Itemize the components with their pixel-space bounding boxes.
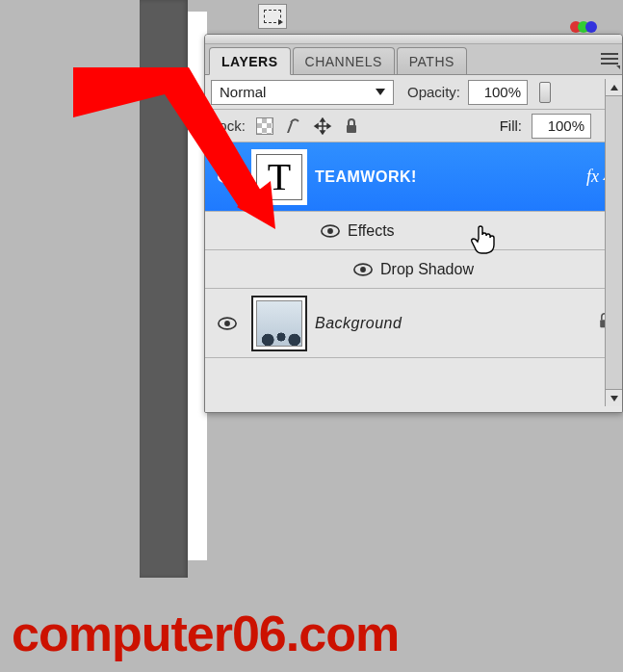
opacity-label: Opacity: xyxy=(407,84,460,100)
lock-position-icon[interactable] xyxy=(313,116,332,136)
layer-effects-row[interactable]: Effects xyxy=(205,212,622,250)
visibility-toggle-icon[interactable] xyxy=(218,170,237,184)
visibility-toggle-icon[interactable] xyxy=(321,224,340,238)
tab-paths[interactable]: PATHS xyxy=(397,47,467,74)
opacity-value: 100% xyxy=(484,84,521,100)
panel-grip[interactable] xyxy=(205,35,622,44)
fill-label: Fill: xyxy=(500,117,522,134)
opacity-slider-handle[interactable] xyxy=(539,82,551,103)
document-edge xyxy=(140,0,188,578)
chevron-down-icon xyxy=(376,89,385,95)
lock-label: Lock: xyxy=(211,117,246,134)
tab-layers[interactable]: LAYERS xyxy=(209,47,291,75)
svg-rect-0 xyxy=(347,125,356,133)
svg-point-4 xyxy=(327,228,333,234)
layer-thumbnail-text[interactable]: T xyxy=(251,149,307,205)
type-layer-glyph: T xyxy=(268,154,291,199)
layer-name[interactable]: TEAMWORK! xyxy=(315,168,579,186)
layer-name[interactable]: Background xyxy=(315,315,589,332)
blend-mode-dropdown[interactable]: Normal xyxy=(211,80,394,105)
panel-scrollbar[interactable] xyxy=(605,79,622,406)
layer-row-background[interactable]: Background xyxy=(205,289,622,358)
layers-list: T TEAMWORK! fx Effects Drop Shadow xyxy=(205,142,622,412)
effects-label: Effects xyxy=(348,222,395,240)
visibility-toggle-icon[interactable] xyxy=(353,263,373,276)
blend-opacity-row: Normal Opacity: 100% xyxy=(205,75,622,110)
scroll-up-button[interactable] xyxy=(606,79,622,96)
lock-all-icon[interactable] xyxy=(342,116,361,136)
fill-value: 100% xyxy=(548,117,584,134)
artboard-tool-icon[interactable] xyxy=(258,4,287,29)
drop-shadow-label: Drop Shadow xyxy=(380,261,474,278)
fill-input[interactable]: 100% xyxy=(532,114,591,139)
watermark: computer06.com xyxy=(12,605,399,662)
layer-row-teamwork[interactable]: T TEAMWORK! fx xyxy=(205,142,622,212)
tab-channels[interactable]: CHANNELS xyxy=(293,47,395,74)
layer-effect-dropshadow[interactable]: Drop Shadow xyxy=(205,250,622,289)
lock-transparency-icon[interactable] xyxy=(255,116,274,136)
svg-point-2 xyxy=(224,174,230,180)
layer-thumbnail-image[interactable] xyxy=(251,296,307,351)
blend-mode-value: Normal xyxy=(220,84,266,100)
panel-tabs: LAYERS CHANNELS PATHS xyxy=(205,44,622,75)
color-mode-icon xyxy=(574,21,597,33)
scroll-down-button[interactable] xyxy=(606,389,622,406)
lock-pixels-icon[interactable] xyxy=(284,116,303,136)
fx-label: fx xyxy=(586,167,599,187)
panel-menu-icon[interactable] xyxy=(601,50,618,67)
svg-point-6 xyxy=(360,267,366,272)
lock-fill-row: Lock: Fill: 100% xyxy=(205,110,622,142)
layers-panel: LAYERS CHANNELS PATHS Normal Opacity: 10… xyxy=(204,34,623,413)
svg-point-8 xyxy=(224,321,230,326)
visibility-toggle-icon[interactable] xyxy=(218,317,237,330)
opacity-input[interactable]: 100% xyxy=(468,80,528,105)
